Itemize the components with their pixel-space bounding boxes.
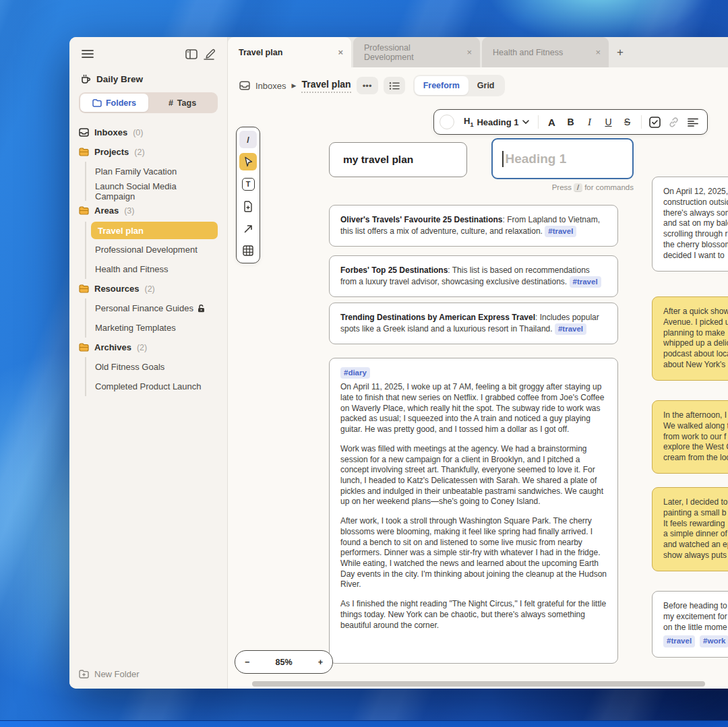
right-note-card-1[interactable]: On April 12, 2025, construction outsid t… xyxy=(652,177,728,272)
diary-card[interactable]: #diary On April 11, 2025, I woke up at 7… xyxy=(329,358,618,664)
destination-card-1[interactable]: Oliver's Travels' Favourite 25 Destinati… xyxy=(329,205,618,247)
sidebar-item-health-and-fitness[interactable]: Health and Fitness xyxy=(95,259,218,279)
tool-palette: / T xyxy=(236,127,260,263)
destination-card-3[interactable]: Trending Destinations by American Expres… xyxy=(329,303,618,344)
destination-card-2[interactable]: Forbes' Top 25 Destinations: This list i… xyxy=(329,255,618,297)
bold-button[interactable]: B xyxy=(562,113,580,131)
page-insert-tool[interactable] xyxy=(239,197,257,215)
toggle-tags[interactable]: # Tags xyxy=(148,94,216,112)
zoom-in-button[interactable]: + xyxy=(318,658,323,667)
compose-pencil-icon[interactable] xyxy=(200,45,218,63)
sidebar-section-archives[interactable]: Archives (2) xyxy=(79,338,218,357)
folder-tree: Inboxes (0) Projects (2) Plan Family Vac… xyxy=(79,123,218,396)
sidebar-item-launch-social-media-campaign[interactable]: Launch Social Media Campaign xyxy=(95,181,218,201)
sidebar-item-professional-development[interactable]: Professional Development xyxy=(95,240,218,259)
breadcrumb-current[interactable]: Travel plan xyxy=(301,79,351,93)
select-cursor-tool[interactable] xyxy=(239,153,257,170)
view-mode-toggle: Freeform Grid xyxy=(413,75,505,96)
panel-toggle-icon[interactable] xyxy=(183,45,200,63)
sidebar-section-inboxes[interactable]: Inboxes (0) xyxy=(79,123,218,142)
travel-tag[interactable]: #travel xyxy=(555,323,586,335)
tab-close-icon[interactable]: × xyxy=(338,47,343,57)
slash-command-tool[interactable]: / xyxy=(239,131,257,148)
heading-input[interactable]: Heading 1 xyxy=(491,138,634,179)
right-sticky-card-2[interactable]: In the afternoon, I We walked along t fr… xyxy=(652,400,728,474)
hamburger-menu-icon[interactable] xyxy=(79,45,96,63)
breadcrumb: Inboxes ▶ Travel plan ••• Freeform Grid xyxy=(239,75,505,96)
section-count: (2) xyxy=(137,343,147,352)
freeform-view-option[interactable]: Freeform xyxy=(415,76,468,95)
travel-tag[interactable]: #travel xyxy=(545,226,576,237)
italic-button[interactable]: I xyxy=(581,113,599,131)
slash-keycap: / xyxy=(574,183,582,192)
align-left-button[interactable] xyxy=(684,113,702,131)
tab-close-icon[interactable]: × xyxy=(595,47,601,57)
arrow-tool[interactable] xyxy=(239,220,257,237)
new-folder-button[interactable]: New Folder xyxy=(79,669,139,679)
section-count: (3) xyxy=(124,206,134,216)
zoom-out-button[interactable]: − xyxy=(245,658,249,667)
folder-amber-icon xyxy=(79,284,89,293)
horizontal-scrollbar[interactable] xyxy=(252,681,705,687)
tab-label: Health and Fitness xyxy=(493,48,563,57)
sidebar-topbar xyxy=(79,45,218,63)
sidebar-item-completed-product-launch[interactable]: Completed Product Launch xyxy=(95,377,218,396)
chevron-down-icon xyxy=(522,120,529,124)
list-view-button[interactable] xyxy=(384,77,405,94)
new-folder-icon xyxy=(79,670,89,678)
heading-placeholder: Heading 1 xyxy=(506,152,567,166)
sidebar-item-plan-family-vacation[interactable]: Plan Family Vacation xyxy=(95,162,218,181)
toggle-folders[interactable]: Folders xyxy=(80,94,148,112)
diary-paragraph: After work, I took a stroll through Wash… xyxy=(340,516,607,590)
tab-travel-plan[interactable]: Travel plan × xyxy=(228,37,351,67)
sidebar-section-areas[interactable]: Areas (3) xyxy=(79,201,218,220)
canvas-area: Inboxes ▶ Travel plan ••• Freeform Grid … xyxy=(228,67,728,689)
folder-outline-icon xyxy=(92,99,102,107)
folder-amber-icon xyxy=(79,148,89,156)
right-sticky-card-1[interactable]: After a quick show Avenue. I picked u pl… xyxy=(652,296,728,381)
checkbox-button[interactable] xyxy=(646,113,664,131)
sidebar-section-projects[interactable]: Projects (2) xyxy=(79,142,218,162)
section-label: Inboxes xyxy=(94,127,127,137)
font-button[interactable]: A xyxy=(543,113,561,131)
travel-tag[interactable]: #travel xyxy=(570,276,601,288)
chevron-right-icon: ▶ xyxy=(292,82,297,89)
tab-bar: Travel plan × Professional Development ×… xyxy=(228,37,728,67)
color-swatch[interactable] xyxy=(439,115,454,129)
tab-professional-development[interactable]: Professional Development × xyxy=(353,37,480,67)
section-count: (0) xyxy=(133,128,143,137)
right-sticky-card-3[interactable]: Later, I decided to painting a small b I… xyxy=(652,487,728,571)
sidebar-item-personal-finance-guides[interactable]: Personal Finance Guides xyxy=(95,298,218,318)
diary-tag[interactable]: #diary xyxy=(340,367,370,379)
note-title-card[interactable]: my travel plan xyxy=(329,142,467,177)
tab-health-and-fitness[interactable]: Health and Fitness × xyxy=(482,37,609,67)
toolbar-divider xyxy=(538,115,539,129)
work-tag[interactable]: #work xyxy=(700,635,728,647)
sidebar-section-resources[interactable]: Resources (2) xyxy=(79,279,218,298)
link-button[interactable] xyxy=(665,113,683,131)
taskbar-edge xyxy=(0,720,728,727)
more-options-button[interactable]: ••• xyxy=(357,77,378,94)
resources-children: Personal Finance Guides Marketing Templa… xyxy=(85,298,218,338)
sidebar-item-travel-plan[interactable]: Travel plan xyxy=(91,222,218,239)
travel-tag[interactable]: #travel xyxy=(663,635,695,647)
underline-button[interactable]: U xyxy=(600,113,617,131)
tab-close-icon[interactable]: × xyxy=(466,47,472,57)
breadcrumb-root[interactable]: Inboxes xyxy=(255,81,286,91)
text-style-dropdown[interactable]: H1 Heading 1 xyxy=(460,116,533,128)
new-tab-button[interactable]: + xyxy=(609,37,632,67)
workspace-row[interactable]: Daily Brew xyxy=(80,73,216,84)
right-note-card-2[interactable]: Before heading to my excitement for on t… xyxy=(652,591,728,658)
text-tool[interactable]: T xyxy=(239,175,257,193)
strikethrough-button[interactable]: S xyxy=(619,113,636,131)
lock-icon xyxy=(198,305,205,313)
new-folder-label: New Folder xyxy=(94,669,139,679)
zoom-level: 85% xyxy=(275,658,292,667)
sidebar-item-marketing-templates[interactable]: Marketing Templates xyxy=(95,318,218,338)
sidebar-item-old-fitness-goals[interactable]: Old Fitness Goals xyxy=(95,357,218,377)
areas-children: Travel plan Professional Development Hea… xyxy=(85,222,218,279)
section-count: (2) xyxy=(144,284,154,294)
folder-amber-icon xyxy=(79,206,89,215)
grid-view-option[interactable]: Grid xyxy=(468,76,504,95)
grid-table-tool[interactable] xyxy=(239,242,257,259)
